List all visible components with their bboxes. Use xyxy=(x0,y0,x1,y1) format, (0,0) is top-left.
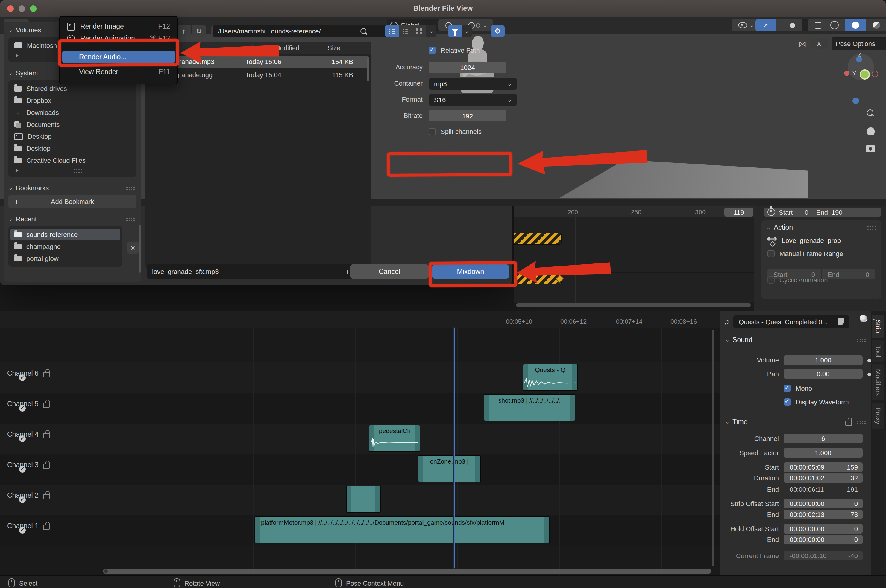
shading-material-button[interactable] xyxy=(866,19,886,31)
panel-grip-icon[interactable] xyxy=(126,217,135,221)
filter-chevron[interactable]: ⌄ xyxy=(462,25,472,37)
menu-view-render[interactable]: View Render F11 xyxy=(62,66,175,78)
tab-proxy[interactable]: Proxy xyxy=(872,403,884,429)
channel-5-lock-icon[interactable] xyxy=(44,403,50,408)
viewport-zoom-icon[interactable] xyxy=(867,110,875,118)
system-documents[interactable]: Documents xyxy=(8,118,137,130)
expand-triangle-icon[interactable] xyxy=(15,54,18,57)
file-row[interactable]: ♫ love_granade.ogg Today 15:04 115 KB xyxy=(147,69,369,81)
overlays-toggle[interactable] xyxy=(782,19,802,31)
action-name[interactable]: Love_grenade_prop xyxy=(782,237,841,244)
system-downloads[interactable]: ↓Downloads xyxy=(8,106,137,118)
container-dropdown[interactable]: mp3⌄ xyxy=(429,77,517,90)
zoom-sphere-icon[interactable] xyxy=(853,98,859,104)
view-details-button[interactable] xyxy=(399,25,412,37)
accuracy-field[interactable]: 1024 xyxy=(429,62,507,73)
minimize-window-button[interactable] xyxy=(18,5,25,12)
filter-button[interactable] xyxy=(448,25,462,37)
viewport-camera-icon[interactable] xyxy=(866,146,875,152)
time-lock-icon[interactable] xyxy=(845,420,852,426)
gizmo-x-neg-axis[interactable] xyxy=(872,70,878,77)
zoom-window-button[interactable] xyxy=(30,5,36,12)
sequencer-hscrollbar[interactable] xyxy=(103,569,711,574)
close-window-button[interactable] xyxy=(7,5,14,12)
resize-grip-icon[interactable] xyxy=(73,168,82,172)
time-panel-header[interactable]: ⌄ Time xyxy=(725,417,866,426)
channel-4-mute-checkbox[interactable] xyxy=(19,435,26,442)
relative-path-checkbox[interactable] xyxy=(429,46,436,54)
tab-tool[interactable]: Tool xyxy=(872,340,884,362)
system-desktop[interactable]: Desktop xyxy=(8,130,137,142)
nav-up-button[interactable]: ↑ xyxy=(177,25,191,37)
shading-solid-button[interactable] xyxy=(845,19,866,31)
increment-button[interactable]: + xyxy=(345,267,350,276)
animate-dot[interactable] xyxy=(868,373,871,376)
file-list-scrollbar[interactable] xyxy=(367,57,369,81)
recent-header[interactable]: Recent xyxy=(16,215,37,222)
recent-portal-glow[interactable]: portal-glow xyxy=(8,252,122,264)
viewport-pan-hand-icon[interactable] xyxy=(867,128,875,135)
pan-field[interactable]: 0.00 xyxy=(784,369,863,379)
audio-strip-onzone[interactable]: onZone.mp3 | xyxy=(418,455,481,482)
audio-strip-small[interactable] xyxy=(346,486,381,513)
recent-champagne[interactable]: champagne xyxy=(8,240,122,252)
sequencer-ruler[interactable]: 00:05+10 00:06+12 00:07+14 00:08+16 xyxy=(0,311,720,328)
channel-4-lock-icon[interactable] xyxy=(44,433,50,438)
channel-6-lock-icon[interactable] xyxy=(44,372,50,378)
path-field[interactable]: /Users/martinshi...ounds-reference/ xyxy=(212,25,361,37)
view-thumbnails-button[interactable] xyxy=(412,25,426,37)
channel-1-mute-checkbox[interactable] xyxy=(19,527,26,534)
channel-2-lock-icon[interactable] xyxy=(44,494,50,500)
split-channels-checkbox[interactable] xyxy=(429,128,436,135)
panel-grip-icon[interactable] xyxy=(857,338,866,342)
menu-render-image[interactable]: Render Image F12 xyxy=(62,20,175,32)
audio-strip-quests[interactable]: Quests - Q xyxy=(523,364,578,391)
gizmo-x-axis[interactable] xyxy=(844,70,850,76)
system-header[interactable]: System xyxy=(16,69,38,76)
gizmos-toggle[interactable]: ↗ xyxy=(755,19,776,31)
volumes-header[interactable]: Volumes xyxy=(16,26,41,33)
current-frame-field[interactable]: 119 xyxy=(724,208,753,216)
tab-modifiers[interactable]: Modifiers xyxy=(872,364,884,400)
playhead[interactable] xyxy=(454,328,455,568)
settings-gear-button[interactable]: ⚙ xyxy=(491,25,505,37)
animate-dot[interactable] xyxy=(868,359,871,363)
start-field[interactable]: 00:00:05:09159 xyxy=(784,462,863,472)
system-shared-drives[interactable]: Shared drives xyxy=(8,82,137,94)
sequencer-display-chevron[interactable]: ⌄ xyxy=(872,315,876,321)
dopesheet-scrollbar[interactable] xyxy=(516,303,751,307)
hold-offset-end-field[interactable]: 00:00:00:000 xyxy=(784,535,863,544)
audio-strip-shot[interactable]: shot.mp3 | //../../../../../. xyxy=(484,394,575,421)
channel-6-mute-checkbox[interactable] xyxy=(19,375,26,381)
view-list-button[interactable] xyxy=(385,25,399,37)
sequencer-area[interactable]: 00:05+10 00:06+12 00:07+14 00:08+16 Chan… xyxy=(0,311,720,576)
action-strip-bar[interactable] xyxy=(514,233,561,244)
add-bookmark-button[interactable]: + Add Bookmark xyxy=(8,195,137,208)
audio-strip-pedestal[interactable]: pedestalCli xyxy=(369,425,420,452)
system-desktop-folder[interactable]: Desktop xyxy=(8,142,137,154)
pose-options-dropdown[interactable]: Pose Options⌄ xyxy=(832,37,886,50)
nav-refresh-button[interactable]: ↻ xyxy=(191,25,206,37)
bitrate-field[interactable]: 192 xyxy=(429,110,507,122)
shading-wireframe-button[interactable] xyxy=(824,19,845,31)
display-waveform-checkbox[interactable] xyxy=(784,398,791,405)
panel-grip-icon[interactable] xyxy=(867,225,876,230)
sound-panel-header[interactable]: ⌄ Sound xyxy=(725,336,866,344)
search-field[interactable] xyxy=(355,25,390,37)
recent-sounds-reference[interactable]: sounds-reference xyxy=(10,228,120,240)
audio-strip-platform[interactable]: platformMotor.mp3 | //../../../../../../… xyxy=(254,516,549,543)
cancel-button[interactable]: Cancel xyxy=(350,264,429,279)
channel-3-mute-checkbox[interactable] xyxy=(19,466,26,472)
gizmo-z-axis[interactable] xyxy=(856,56,862,62)
action-panel-header[interactable]: Action xyxy=(774,224,793,231)
format-dropdown[interactable]: S16⌄ xyxy=(429,93,517,106)
channel-1-lock-icon[interactable] xyxy=(44,525,50,530)
gizmo-y-axis[interactable] xyxy=(860,69,870,80)
speed-factor-field[interactable]: 1.000 xyxy=(784,448,863,458)
bookmarks-header[interactable]: Bookmarks xyxy=(16,184,49,191)
view-size-chevron[interactable]: ⌄ xyxy=(426,25,436,37)
volume-field[interactable]: 1.000 xyxy=(784,355,863,365)
expand-triangle-icon[interactable] xyxy=(15,169,18,172)
panel-grip-icon[interactable] xyxy=(126,186,135,190)
range-end-value[interactable]: 190 xyxy=(832,208,842,216)
